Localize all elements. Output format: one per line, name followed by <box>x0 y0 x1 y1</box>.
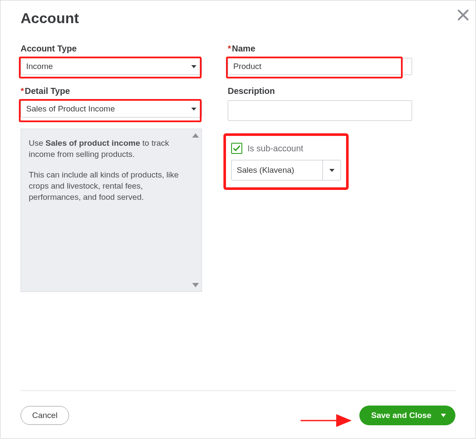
chevron-down-icon <box>191 108 196 111</box>
dialog-footer: Cancel Save and Close <box>21 391 455 425</box>
detail-type-select[interactable]: Sales of Product Income <box>21 100 202 117</box>
account-type-select[interactable]: Income <box>21 58 202 75</box>
detail-type-value: Sales of Product Income <box>26 104 115 114</box>
account-type-value: Income <box>26 62 53 71</box>
close-icon[interactable] <box>457 9 469 21</box>
page-title: Account <box>21 10 455 27</box>
sub-account-group: Is sub-account Sales (Klavena) <box>223 133 349 190</box>
chevron-down-icon <box>329 169 334 172</box>
parent-account-value: Sales (Klavena) <box>237 165 294 175</box>
chevron-down-icon <box>191 65 196 68</box>
name-input[interactable] <box>228 58 412 75</box>
parent-account-dropdown-button[interactable] <box>323 160 341 180</box>
name-label: *Name <box>228 44 412 54</box>
is-sub-account-label: Is sub-account <box>247 144 303 153</box>
detail-type-label: *Detail Type <box>21 86 202 96</box>
parent-account-select[interactable]: Sales (Klavena) <box>231 160 323 180</box>
scroll-down-icon[interactable] <box>192 283 199 287</box>
detail-type-help: Use Sales of product income to track inc… <box>21 129 202 292</box>
required-asterisk: * <box>21 86 24 96</box>
required-asterisk: * <box>228 44 231 53</box>
description-label: Description <box>228 86 412 96</box>
save-and-close-button[interactable]: Save and Close <box>359 406 455 425</box>
cancel-button[interactable]: Cancel <box>21 406 69 425</box>
description-input[interactable] <box>228 100 412 121</box>
is-sub-account-checkbox[interactable] <box>231 143 242 154</box>
chevron-down-icon <box>441 414 446 417</box>
account-type-label: Account Type <box>21 44 202 54</box>
save-button-label: Save and Close <box>371 411 431 420</box>
annotation-arrow <box>301 412 356 429</box>
scroll-up-icon[interactable] <box>192 133 199 138</box>
